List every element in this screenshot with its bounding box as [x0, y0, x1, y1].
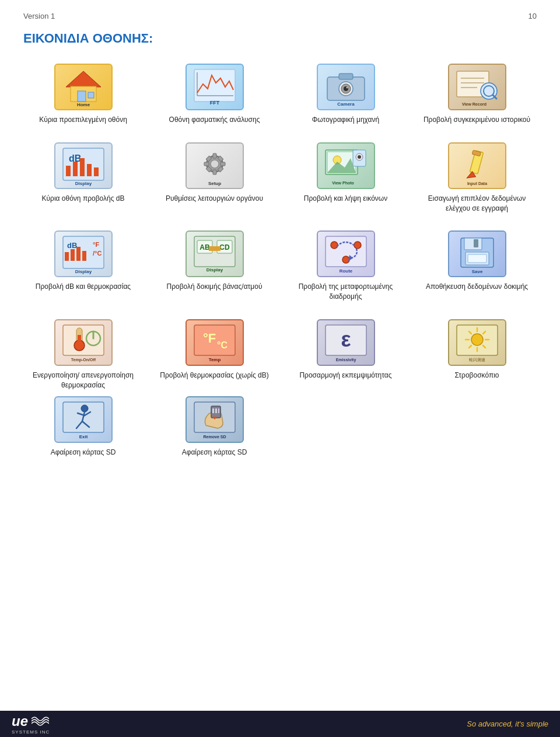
save-icon-box: Save: [448, 230, 506, 277]
svg-point-33: [211, 160, 219, 168]
temponoff-label: Ενεργοποίηση/ απενεργοποίηση θερμοκρασία…: [23, 371, 143, 390]
page-title: ΕΙΚΟΝΙΔΙΑ ΟΘΟΝΗΣ:: [23, 31, 537, 46]
display-abcd-icon-box: AB CD Display: [186, 230, 244, 277]
svg-point-74: [342, 256, 349, 263]
display-foc-icon-box: dB °F /°C Display: [54, 230, 113, 277]
svg-text:Setup: Setup: [208, 181, 220, 186]
svg-text:ε: ε: [341, 327, 351, 351]
logo-waves: [32, 715, 49, 726]
removesd-icon-box: Remove SD: [186, 396, 244, 443]
svg-point-109: [81, 405, 88, 412]
svg-text:dB: dB: [67, 241, 77, 250]
svg-text:蛙闪测速: 蛙闪测速: [469, 358, 485, 362]
save-label: Αποθήκευση δεδομένων δοκιμής: [426, 282, 528, 292]
svg-text:Home: Home: [76, 102, 90, 107]
strobe-icon-box: 蛙闪测速: [448, 319, 506, 366]
temponoff-icon-box: Temp-On/Off: [54, 319, 113, 366]
inputdata-icon-box: Input Data: [448, 142, 506, 189]
svg-rect-81: [474, 239, 478, 247]
route-label: Προβολή της μεταφορτωμένης διαδρομής: [286, 282, 405, 302]
svg-rect-120: [218, 408, 219, 413]
svg-text:Camera: Camera: [337, 102, 355, 107]
logo-ue: ue: [12, 713, 28, 729]
display-abcd-label: Προβολή δοκιμής βάνας/ατμού: [167, 282, 262, 292]
emissivity-icon-box: ε Emissivity: [317, 319, 375, 366]
svg-text:View Photo: View Photo: [332, 181, 354, 185]
viewrecord-icon-box: View Record: [448, 64, 506, 110]
svg-rect-27: [73, 162, 78, 176]
temp-icon-box: °F °C Temp: [186, 319, 244, 366]
icon-item-fft: FFT Οθόνη φασματικής ανάλυσης: [155, 64, 274, 125]
icon-item-temponoff: Temp-On/Off Ενεργοποίηση/ απενεργοποίηση…: [23, 319, 143, 390]
icon-item-display-abcd: AB CD Display Προβολή δοκιμής βάνας/ατμο…: [155, 230, 274, 302]
svg-rect-35: [213, 170, 216, 174]
icon-item-strobe: 蛙闪测速 Στροβοσκόπιο: [417, 319, 537, 390]
svg-point-72: [331, 242, 338, 249]
icon-item-route: Route Προβολή της μεταφορτωμένης διαδρομ…: [286, 230, 405, 302]
svg-rect-59: [76, 247, 80, 261]
svg-text:View Record: View Record: [462, 102, 487, 106]
footer-tagline: So advanced, it's simple: [467, 719, 548, 728]
svg-text:/°C: /°C: [93, 250, 102, 257]
fft-icon-box: FFT: [186, 64, 244, 110]
svg-rect-34: [213, 153, 216, 158]
svg-text:Input Data: Input Data: [467, 181, 487, 186]
setup-label: Ρυθμίσεις λειτουργιών οργάνου: [166, 194, 263, 204]
svg-text:°F: °F: [93, 241, 99, 248]
svg-text:FFT: FFT: [209, 100, 219, 106]
svg-rect-60: [82, 251, 86, 261]
svg-text:Route: Route: [339, 268, 352, 274]
svg-point-98: [471, 334, 483, 345]
setup-icon-box: Setup: [186, 142, 244, 189]
icon-item-emissivity: ε Emissivity Προσαρμογή εκπεμψιμότητας: [286, 319, 405, 390]
logo-systems: SYSTEMS INC: [12, 729, 50, 735]
display-db-icon-box: dB Display: [54, 142, 113, 189]
svg-rect-118: [212, 408, 214, 413]
icon-item-viewphoto: View Photo Προβολή και λήψη εικόνων: [286, 142, 405, 214]
svg-rect-58: [71, 249, 75, 261]
version-label: Version 1: [23, 12, 55, 20]
svg-rect-3: [88, 92, 94, 98]
fft-label: Οθόνη φασματικής ανάλυσης: [169, 115, 260, 125]
icon-item-home: Home Κύρια προεπιλεγμένη οθόνη: [23, 64, 143, 125]
camera-icon-box: Camera: [317, 64, 375, 110]
viewrecord-label: Προβολή συγκεκριμένου ιστορικού: [424, 115, 530, 125]
camera-label: Φωτογραφική μηχανή: [312, 115, 379, 125]
svg-rect-10: [339, 74, 353, 79]
svg-text:AB: AB: [200, 243, 210, 252]
home-label: Κύρια προεπιλεγμένη οθόνη: [39, 115, 127, 125]
svg-marker-0: [66, 71, 101, 87]
emissivity-label: Προσαρμογή εκπεμψιμότητας: [299, 371, 391, 380]
viewphoto-icon-box: View Photo: [317, 142, 375, 189]
footer: ue SYSTEMS INC So advanced, it's simple: [0, 711, 560, 737]
icon-item-display-foc: dB °F /°C Display Προβολή dB και θερμοκρ…: [23, 230, 143, 302]
svg-text:Remove SD: Remove SD: [203, 435, 226, 439]
svg-text:Save: Save: [471, 269, 482, 274]
svg-rect-57: [65, 252, 69, 261]
page-header: Version 1 10: [23, 12, 537, 20]
svg-text:Display: Display: [75, 181, 92, 186]
page-number-right: 10: [528, 12, 537, 20]
svg-rect-37: [220, 162, 225, 166]
display-db-label: Κύρια οθόνη προβολής dB: [42, 194, 125, 204]
exit-label: Αφαίρεση κάρτας SD: [51, 448, 116, 457]
svg-rect-28: [80, 158, 85, 176]
svg-rect-29: [87, 164, 92, 176]
icon-item-setup: Setup Ρυθμίσεις λειτουργιών οργάνου: [155, 142, 274, 214]
svg-text:Display: Display: [206, 267, 223, 273]
route-icon-box: Route: [317, 230, 375, 277]
inputdata-label: Εισαγωγή επιπλέον δεδομένων ελέγχου σε ε…: [417, 194, 537, 214]
svg-rect-119: [215, 408, 217, 413]
icon-item-camera: Camera Φωτογραφική μηχανή: [286, 64, 405, 125]
icon-item-exit: Exit Αφαίρεση κάρτας SD: [23, 396, 143, 457]
svg-rect-53: [472, 150, 481, 156]
icons-grid: Home Κύρια προεπιλεγμένη οθόνη FFT Οθόνη…: [23, 64, 537, 390]
temp-label: Προβολή θερμοκρασίας (χωρίς dB): [160, 371, 268, 380]
svg-rect-69: [209, 246, 220, 251]
svg-point-14: [346, 87, 348, 89]
svg-rect-26: [66, 166, 71, 176]
svg-rect-86: [78, 335, 81, 345]
icon-item-save: Save Αποθήκευση δεδομένων δοκιμής: [417, 230, 537, 302]
svg-text:Emissivity: Emissivity: [335, 358, 356, 362]
svg-rect-83: [63, 325, 104, 355]
